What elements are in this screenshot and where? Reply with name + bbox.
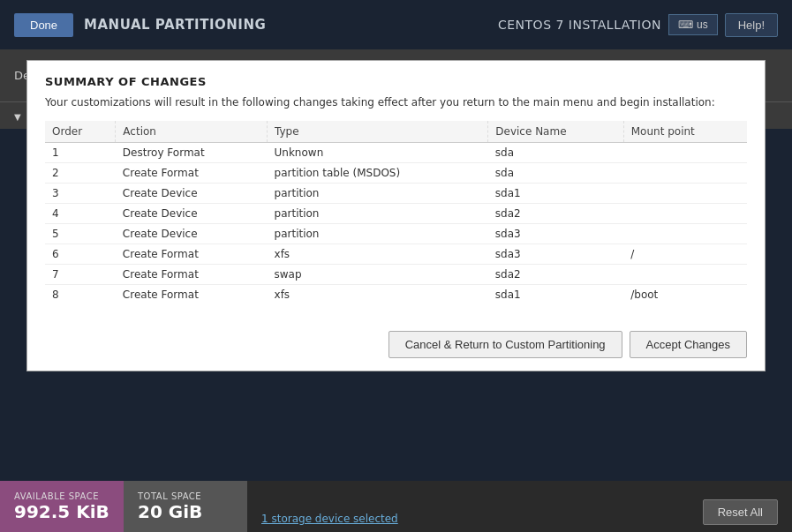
cell-type: swap <box>268 264 488 284</box>
table-row: 2Create Formatpartition table (MSDOS)sda <box>45 162 747 183</box>
available-space-label: AVAILABLE SPACE <box>14 491 109 501</box>
summary-modal: SUMMARY OF CHANGES Your customizations w… <box>26 60 766 371</box>
bottom-bar: AVAILABLE SPACE 992.5 KiB TOTAL SPACE 20… <box>0 481 792 532</box>
cell-mount <box>623 142 747 162</box>
cell-mount: / <box>623 244 747 264</box>
cell-order: 2 <box>45 162 116 183</box>
cell-order: 8 <box>45 284 116 304</box>
cell-mount <box>623 223 747 244</box>
cell-order: 3 <box>45 183 116 203</box>
cell-type: partition <box>268 183 488 203</box>
table-row: 4Create Devicepartitionsda2 <box>45 203 747 223</box>
table-row: 6Create Formatxfssda3/ <box>45 244 747 264</box>
cell-device: sda3 <box>488 223 623 244</box>
cell-action: Create Format <box>116 244 268 264</box>
cell-mount <box>623 203 747 223</box>
cell-order: 6 <box>45 244 116 264</box>
help-button[interactable]: Help! <box>725 13 778 37</box>
modal-title: SUMMARY OF CHANGES <box>45 75 747 88</box>
total-space-label: TOTAL SPACE <box>138 491 233 501</box>
done-button[interactable]: Done <box>14 13 73 37</box>
keyboard-icon: ⌨ <box>678 19 693 31</box>
cell-action: Create Format <box>116 284 268 304</box>
table-row: 3Create Devicepartitionsda1 <box>45 183 747 203</box>
col-type: Type <box>268 121 488 143</box>
table-row: 7Create Formatswapsda2 <box>45 264 747 284</box>
available-space-value: 992.5 KiB <box>14 501 109 522</box>
app-title: MANUAL PARTITIONING <box>84 17 266 33</box>
table-header-row: Order Action Type Device Name Mount poin… <box>45 121 747 143</box>
cell-order: 7 <box>45 264 116 284</box>
reset-all-button[interactable]: Reset All <box>703 499 778 525</box>
cell-type: xfs <box>268 244 488 264</box>
cell-device: sda2 <box>488 203 623 223</box>
top-bar-left: Done MANUAL PARTITIONING <box>14 13 266 37</box>
cell-action: Create Device <box>116 203 268 223</box>
cell-type: Unknown <box>268 142 488 162</box>
cell-device: sda2 <box>488 264 623 284</box>
cell-device: sda3 <box>488 244 623 264</box>
cell-device: sda1 <box>488 183 623 203</box>
table-row: 5Create Devicepartitionsda3 <box>45 223 747 244</box>
keyboard-button[interactable]: ⌨ us <box>668 14 718 35</box>
cell-order: 5 <box>45 223 116 244</box>
changes-table: Order Action Type Device Name Mount poin… <box>45 121 747 304</box>
cell-action: Destroy Format <box>116 142 268 162</box>
cell-order: 1 <box>45 142 116 162</box>
top-bar: Done MANUAL PARTITIONING CENTOS 7 INSTAL… <box>0 0 792 49</box>
cell-mount <box>623 264 747 284</box>
cell-device: sda <box>488 142 623 162</box>
cell-action: Create Device <box>116 223 268 244</box>
cell-order: 4 <box>45 203 116 223</box>
cell-type: partition <box>268 203 488 223</box>
cell-type: xfs <box>268 284 488 304</box>
triangle-icon: ▼ <box>14 112 21 122</box>
modal-buttons: Cancel & Return to Custom Partitioning A… <box>27 322 765 371</box>
cell-action: Create Device <box>116 183 268 203</box>
keyboard-lang: us <box>697 19 708 31</box>
table-row: 8Create Formatxfssda1/boot <box>45 284 747 304</box>
available-space-panel: AVAILABLE SPACE 992.5 KiB <box>0 481 124 532</box>
cell-type: partition table (MSDOS) <box>268 162 488 183</box>
accept-changes-button[interactable]: Accept Changes <box>630 331 747 358</box>
cell-action: Create Format <box>116 162 268 183</box>
cancel-button[interactable]: Cancel & Return to Custom Partitioning <box>388 331 622 358</box>
cell-action: Create Format <box>116 264 268 284</box>
modal-description: Your customizations will result in the f… <box>45 95 747 110</box>
col-mount: Mount point <box>623 121 747 143</box>
top-bar-right: CENTOS 7 INSTALLATION ⌨ us Help! <box>498 13 778 37</box>
cell-device: sda <box>488 162 623 183</box>
cell-mount <box>623 162 747 183</box>
cell-mount: /boot <box>623 284 747 304</box>
modal-content: SUMMARY OF CHANGES Your customizations w… <box>27 61 765 322</box>
total-space-value: 20 GiB <box>138 501 233 522</box>
cell-mount <box>623 183 747 203</box>
col-device: Device Name <box>488 121 623 143</box>
cell-type: partition <box>268 223 488 244</box>
changes-tbody: 1Destroy FormatUnknownsda2Create Formatp… <box>45 142 747 304</box>
storage-device-link[interactable]: 1 storage device selected <box>261 513 398 525</box>
total-space-panel: TOTAL SPACE 20 GiB <box>124 481 247 532</box>
installation-title: CENTOS 7 INSTALLATION <box>498 18 661 32</box>
cell-device: sda1 <box>488 284 623 304</box>
table-row: 1Destroy FormatUnknownsda <box>45 142 747 162</box>
bottom-right: 1 storage device selected Reset All <box>247 481 792 532</box>
changes-table-container: Order Action Type Device Name Mount poin… <box>45 121 747 304</box>
col-action: Action <box>116 121 268 143</box>
col-order: Order <box>45 121 116 143</box>
